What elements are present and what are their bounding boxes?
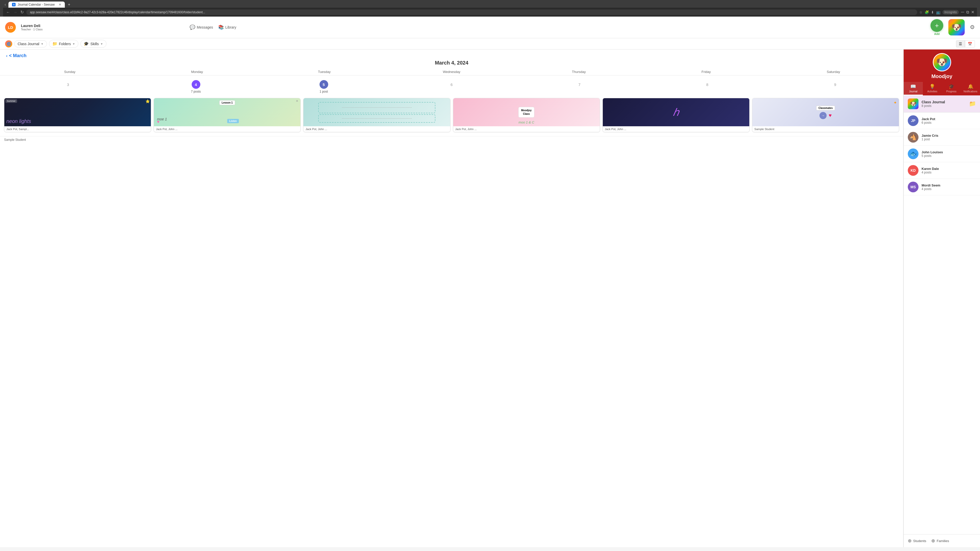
post-card-1[interactable]: Summer ⭐ neon lights Jack Pot, Sampl... [4,98,151,132]
ms-name: Mordi Seem [921,183,976,187]
post-caption-2: Jack Pot, John ... [154,126,301,132]
library-link[interactable]: 📚 Library [218,24,236,30]
post-caption-3: Jack Pot, John ... [304,126,450,132]
calendar-day-3[interactable]: 3 [4,78,132,96]
month-back-arrow[interactable]: ‹ [6,54,7,58]
grid-view-btn[interactable]: 📅 [965,40,975,48]
students-footer-btn[interactable]: ⊕ Students [908,538,926,544]
jl-info: John Louises 5 posts [921,150,976,158]
ms-avatar: MS [908,182,918,192]
class-journal-dropdown[interactable]: Class Journal ▼ [14,40,47,48]
class-journal-item[interactable]: 🐶 Class Journal 8 posts 📁 [904,95,980,113]
nav-reload-btn[interactable]: ↻ [20,9,24,15]
sidebar-content: 🐶 Class Journal 8 posts 📁 JP Jack Pot 6 … [904,95,980,534]
post-card-6[interactable]: ✦ Classmates → ♥ Sample Student [752,98,899,132]
moodjoy-top: 🐶 Moodjoy 📖 Journal 💡 Activities 🎓 [904,49,980,95]
date-title: March 4, 2024 [6,60,897,66]
cast-icon[interactable]: 📺 [936,10,940,14]
add-label: Add [934,32,939,35]
day-header-fri: Friday [643,68,770,75]
calendar-day-7[interactable]: 7 [515,78,643,96]
post-card-3[interactable]: Jack Pot, John ... [303,98,450,132]
restore-btn[interactable]: ⧉ [966,10,969,14]
tab-close-icon[interactable]: ✕ [59,3,61,6]
post-thumb-1: Summer ⭐ neon lights [4,98,151,126]
nav-back-btn[interactable]: ← [6,10,11,15]
families-footer-btn[interactable]: ⊕ Families [931,538,949,544]
ms-info: Mordi Seem 4 posts [921,183,976,191]
activities-tab-label: Activities [927,90,937,93]
student-item-jl[interactable]: 🐟 John Louises 5 posts [904,146,980,162]
add-btn-container: + Add [931,19,943,35]
bookmark-icon[interactable]: ☆ [919,10,923,14]
list-view-btn[interactable]: ☰ [956,40,965,48]
folders-chevron: ▼ [72,42,75,45]
families-footer-label: Families [937,539,949,543]
messages-link[interactable]: 💬 Messages [189,24,213,30]
user-avatar: LD [5,22,16,33]
seesaw-logo: 🌀 [5,40,12,48]
class-journal-avatar: 🐶 [908,98,918,109]
post-card-5[interactable]: ℎ Jack Pot, John ... [603,98,749,132]
students-plus-icon: ⊕ [908,538,912,544]
tab-notifications[interactable]: 🔔 Notifications [961,82,980,95]
nav-forward-btn[interactable]: → [13,10,18,15]
tab-activities[interactable]: 💡 Activities [923,82,942,95]
user-role: Teacher · 1 Class [21,28,43,31]
moodjoy-avatar-row: 🐶 [904,49,980,73]
notifications-tab-label: Notifications [963,90,977,93]
new-tab-btn[interactable]: + [66,2,72,7]
calendar-area: ‹ < March March 4, 2024 Sunday Monday Tu… [0,49,904,547]
jl-name: John Louises [921,150,976,154]
user-info: Lauren Deli Teacher · 1 Class [21,24,43,31]
tab-back-btn[interactable]: ‹ [3,2,7,7]
calendar-day-8[interactable]: 8 [643,78,771,96]
month-nav[interactable]: ‹ < March [6,53,897,59]
calendar-day-4[interactable]: 4 7 posts [132,78,260,96]
tab-journal[interactable]: 📖 Journal [904,82,923,95]
settings-btn[interactable]: ⚙ [970,24,975,30]
sidebar: 🐶 Moodjoy 📖 Journal 💡 Activities 🎓 [904,49,980,547]
post-caption-1: Jack Pot, Sampl... [4,126,151,132]
close-btn[interactable]: ✕ [971,10,974,14]
post-thumb-3 [304,98,450,126]
folders-dropdown[interactable]: 📁 Folders ▼ [49,40,79,48]
post-thumb-5: ℎ [603,98,749,126]
month-label: < March [9,53,27,59]
student-item-jc[interactable]: 🐴 Jamie Cris 1 post [904,129,980,146]
extension-icon[interactable]: 🧩 [924,10,929,14]
skills-dropdown[interactable]: 🎓 Skills ▼ [80,40,107,48]
day-4-posts: 7 posts [134,90,258,94]
add-button[interactable]: + [931,19,943,32]
folders-label: Folders [59,42,71,46]
post-card-4[interactable]: MoodjoyClass moo 1 & C Jack Pot, John ..… [453,98,600,132]
kd-name: Karen Dale [921,167,976,171]
browser-tab[interactable]: S Journal Calendar - Seesaw ✕ [8,2,65,8]
day-header-sat: Saturday [770,68,897,75]
post-card-2[interactable]: Lesson 1 ✕ moe 1 ♥ Listen Jack Pot, John… [154,98,301,132]
skills-icon: 🎓 [84,41,89,46]
journal-icon: 📖 [910,84,916,89]
calendar-day-6[interactable]: 6 [388,78,515,96]
tab-title: Journal Calendar - Seesaw [18,3,55,6]
calendar-day-5[interactable]: 5 1 post [260,78,388,96]
tab-favicon: S [12,3,16,6]
student-item-ms[interactable]: MS Mordi Seem 4 posts [904,179,980,195]
student-item-jp[interactable]: JP Jack Pot 6 posts [904,113,980,129]
folders-icon: 📁 [52,41,57,46]
jl-posts: 5 posts [921,154,976,158]
jp-info: Jack Pot 6 posts [921,117,976,124]
address-input[interactable] [26,10,917,15]
tab-progress[interactable]: 🎓 Progress [942,82,961,95]
user-name: Lauren Deli [21,24,43,28]
student-item-kd[interactable]: KD Karen Dale 4 posts [904,162,980,179]
skills-label: Skills [90,42,99,46]
messages-label: Messages [197,25,213,29]
minimize-btn[interactable]: ─ [961,10,964,15]
sub-nav: 🌀 Class Journal ▼ 📁 Folders ▼ 🎓 Skills ▼… [0,38,980,49]
calendar-day-9[interactable]: 9 [771,78,899,96]
jp-avatar: JP [908,115,918,126]
download-icon[interactable]: ⬇ [931,10,934,14]
moodjoy-header-avatar[interactable]: 🐶 [948,19,965,35]
moodjoy-avatar[interactable]: 🐶 [933,53,951,71]
